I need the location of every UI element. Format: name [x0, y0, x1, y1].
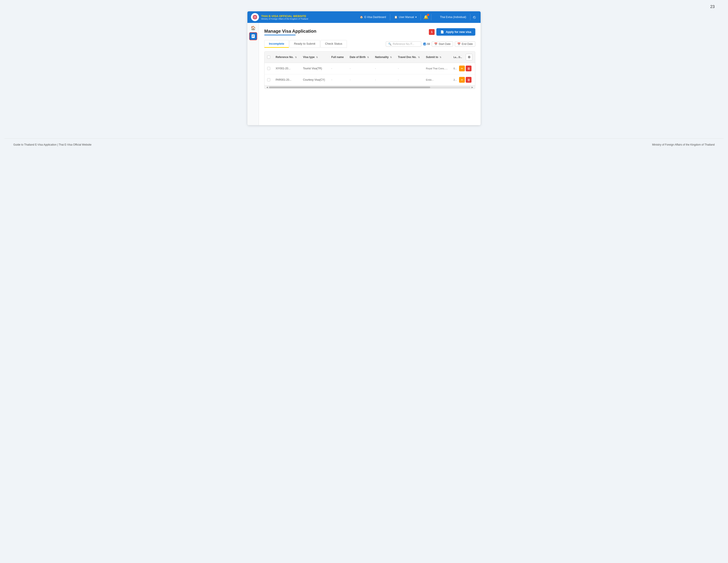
row1-nationality: - [372, 63, 395, 74]
manual-icon: 📋 [394, 16, 398, 19]
apply-new-visa-button[interactable]: 📄 Apply for new visa [436, 28, 475, 36]
nav-divider-1 [390, 14, 390, 20]
row1-submit-to: Royal Thai Cons...el-Assess... [423, 63, 451, 74]
th-dob[interactable]: Date of Birth ⇅ [347, 52, 372, 63]
row1-checkbox-cell [265, 63, 273, 74]
scrollbar-track [269, 86, 471, 88]
svg-rect-5 [252, 36, 254, 36]
browser-window: THAI E-VISA OFFICIAL WEBSITE Ministry of… [247, 11, 481, 125]
table-row: PAR001-20... Courtesy Visa(CY) - - - - E… [265, 74, 475, 86]
sort-icon-ref: ⇅ [295, 56, 297, 58]
scroll-right-arrow[interactable]: ▶ [471, 86, 474, 88]
th-nationality[interactable]: Nationality ⇅ [372, 52, 395, 63]
tab-incomplete[interactable]: Incomplete [264, 40, 289, 48]
row1-delete-btn[interactable]: 🗑 [466, 66, 471, 71]
row2-fullname: - [329, 74, 347, 86]
tab-check-status[interactable]: Check Status [320, 40, 347, 48]
th-visa-type[interactable]: Visa type ⇅ [300, 52, 328, 63]
dashboard-btn[interactable]: 🏠 E-Visa Dashboard [357, 14, 389, 20]
user-btn[interactable]: 👤 Thai Evisa (Individual) [433, 14, 469, 20]
calendar-icon-end: 📅 [457, 42, 461, 46]
logo-subtitle: Ministry of Foreign Affairs of the Kingd… [261, 18, 308, 20]
svg-rect-6 [252, 37, 253, 37]
header-checkbox[interactable] [267, 56, 270, 59]
filter-all[interactable]: All [423, 42, 430, 46]
logo-title: THAI E-VISA OFFICIAL WEBSITE [261, 14, 308, 18]
logo-text: THAI E-VISA OFFICIAL WEBSITE Ministry of… [261, 14, 308, 20]
user-icon: 👤 [435, 16, 439, 19]
start-date-label: Start Date [439, 42, 451, 46]
search-box[interactable]: 🔍 Reference No./T... [386, 41, 421, 47]
scrollbar-thumb [269, 86, 430, 88]
row1-ref: XIY001-20... [273, 63, 300, 74]
row2-nationality: - [372, 74, 395, 86]
logo-title-highlight: OFFICIAL WEBSITE [279, 14, 306, 18]
row1-action-btns: ✏ 🗑 [459, 66, 471, 71]
th-full-name: Full name [329, 52, 347, 63]
row1-visa-type: Tourist Visa(TR) [300, 63, 328, 74]
table-row: XIY001-20... Tourist Visa(TR) - - - - Ro… [265, 63, 475, 74]
search-placeholder-text: Reference No./T... [393, 42, 414, 46]
th-travel-doc[interactable]: Travel Doc No. ⇅ [395, 52, 423, 63]
add-file-icon: 📄 [440, 30, 444, 34]
row2-action-btns: ✏ 🗑 [459, 77, 471, 83]
svg-point-2 [254, 16, 256, 18]
th-last-date: La... D... ⚙ [451, 52, 475, 63]
sort-icon-visa: ⇅ [316, 56, 318, 58]
notification-bell[interactable]: 🔔 [422, 13, 430, 21]
row2-edit-btn[interactable]: ✏ [459, 77, 465, 83]
row2-last-date: 2... [454, 78, 457, 81]
row2-submit-to: Embi... [423, 74, 451, 86]
end-date-filter[interactable]: 📅 End Date [455, 41, 475, 47]
home-icon: 🏠 [360, 16, 363, 19]
sort-icon-nat: ⇅ [390, 56, 392, 58]
apply-button-label: Apply for new visa [446, 30, 471, 34]
row1-fullname: - [329, 63, 347, 74]
tabs-row: Incomplete Ready to Submit Check Status … [264, 40, 475, 48]
row2-actions: 2... ✏ 🗑 [451, 74, 475, 86]
calendar-icon: 📅 [434, 42, 438, 46]
sidebar-item-visa[interactable] [249, 32, 257, 40]
column-settings-btn[interactable]: ⚙ [466, 54, 472, 60]
page-title: Manage Visa Application [264, 29, 316, 34]
sidebar-home-icon[interactable]: 🏠 [251, 26, 256, 30]
manual-label: User Manual [399, 16, 414, 19]
footer-right-text: Ministry of Foreign Affairs of the Kingd… [652, 143, 715, 146]
search-icon: 🔍 [388, 42, 392, 46]
th-reference-no[interactable]: Reference No. ⇅ [273, 52, 300, 63]
manual-btn[interactable]: 📋 User Manual ▾ [392, 14, 419, 20]
logo-icon [251, 13, 259, 21]
nav-divider-4 [470, 14, 470, 20]
filter-all-label: All [427, 42, 430, 46]
logo-title-plain: THAI E-VISA [261, 14, 279, 18]
step-badge: 1 [429, 29, 435, 35]
row2-checkbox[interactable] [267, 78, 270, 81]
sort-icon-submit: ⇅ [440, 56, 441, 58]
logout-btn[interactable]: ⎋ [472, 13, 477, 21]
content-area: Manage Visa Application 1 📄 Apply for ne… [259, 23, 481, 125]
sidebar: 🏠 [247, 23, 259, 125]
sort-icon-tdoc: ⇅ [418, 56, 420, 58]
row1-dob: - [347, 63, 372, 74]
svg-rect-4 [252, 35, 254, 36]
start-date-filter[interactable]: 📅 Start Date [432, 41, 453, 47]
footer-left-text: Guide to Thailand E-Visa Application | T… [13, 143, 91, 146]
row2-visa-type: Courtesy Visa(CY) [300, 74, 328, 86]
th-submit-to[interactable]: Submit to ⇅ [423, 52, 451, 63]
tab-ready-to-submit[interactable]: Ready to Submit [289, 40, 320, 48]
dashboard-label: E-Visa Dashboard [364, 16, 386, 19]
row1-edit-btn[interactable]: ✏ [459, 66, 465, 71]
visa-table: Reference No. ⇅ Visa type ⇅ Full name [265, 52, 475, 86]
row2-dob: - [347, 74, 372, 86]
filters-right: 🔍 Reference No./T... All 📅 Start Date [386, 41, 475, 47]
row2-ref: PAR001-20... [273, 74, 300, 86]
notification-badge [427, 14, 429, 16]
nav-right: 🏠 E-Visa Dashboard 📋 User Manual ▾ 🔔 👤 T… [357, 13, 477, 21]
scroll-left-arrow[interactable]: ◀ [265, 86, 269, 88]
horizontal-scrollbar[interactable]: ◀ ▶ [265, 86, 475, 89]
user-label: Thai Evisa (Individual) [440, 16, 466, 19]
apply-btn-wrapper: 1 📄 Apply for new visa [429, 28, 475, 36]
row2-delete-btn[interactable]: 🗑 [466, 77, 471, 83]
row1-checkbox[interactable] [267, 67, 270, 70]
row1-actions: 0... ✏ 🗑 [451, 63, 475, 74]
